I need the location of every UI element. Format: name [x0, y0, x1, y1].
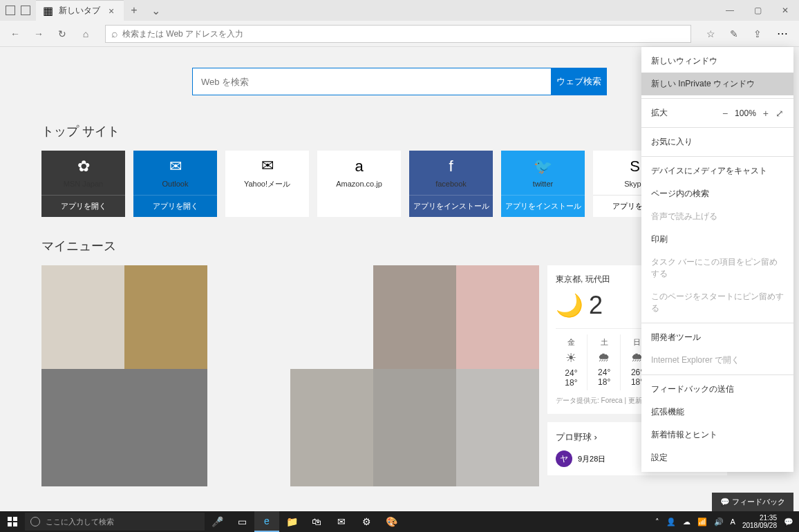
- volume-icon[interactable]: 🔊: [714, 517, 724, 526]
- more-button[interactable]: ⋯: [771, 23, 793, 45]
- tile-action[interactable]: アプリをインストール: [501, 195, 585, 217]
- app-icon: [6, 6, 15, 15]
- news-tile[interactable]: [41, 369, 207, 486]
- settings-icon[interactable]: ⚙: [354, 511, 379, 532]
- tray-chevron-icon[interactable]: ˄: [655, 517, 659, 526]
- tile-label: facebook: [435, 180, 467, 188]
- topsite-tile[interactable]: 🐦twitterアプリをインストール: [501, 151, 585, 217]
- menu-ie: Internet Explorer で開く: [641, 349, 793, 372]
- news-tile: [290, 265, 373, 369]
- app-icon2: [21, 6, 30, 15]
- cortana-search[interactable]: ここに入力して検索: [25, 513, 205, 531]
- menu-feedback[interactable]: フィードバックの送信: [641, 378, 793, 401]
- clock[interactable]: 21:35 2018/09/28: [742, 514, 777, 529]
- news-tile[interactable]: [456, 369, 539, 486]
- notifications-icon[interactable]: 💬: [784, 517, 793, 526]
- fullscreen-icon[interactable]: ⤢: [776, 108, 784, 119]
- mail-icon[interactable]: ✉: [329, 511, 354, 532]
- menu-extensions[interactable]: 拡張機能: [641, 401, 793, 424]
- home-button[interactable]: ⌂: [76, 24, 95, 44]
- menu-cast[interactable]: デバイスにメディアをキャスト: [641, 160, 793, 182]
- cortana-icon: [30, 517, 40, 526]
- weather-now-icon: 🌙: [556, 292, 583, 319]
- onedrive-icon[interactable]: ☁: [683, 517, 690, 526]
- taskbar: ここに入力して検索 🎤 ▭ e 📁 🛍 ✉ ⚙ 🎨 ˄ 👤 ☁ 📶 🔊 A 21…: [0, 511, 799, 532]
- news-tile[interactable]: [41, 265, 124, 369]
- zoom-out-button[interactable]: −: [722, 108, 728, 119]
- back-button[interactable]: ←: [6, 24, 25, 44]
- explorer-icon[interactable]: 📁: [279, 511, 304, 532]
- svg-rect-1: [13, 517, 17, 521]
- menu-pin-start: このページをスタートにピン留めする: [641, 285, 793, 320]
- feedback-button[interactable]: 💬 フィードバック: [712, 493, 793, 511]
- tile-action[interactable]: アプリを開く: [133, 195, 217, 217]
- menu-new-inprivate[interactable]: 新しい InPrivate ウィンドウ: [641, 73, 793, 95]
- news-tile: [207, 265, 290, 369]
- menu-devtools[interactable]: 開発者ツール: [641, 326, 793, 349]
- topsite-tile[interactable]: ffacebookアプリをインストール: [409, 151, 493, 217]
- tile-label: Amazon.co.jp: [336, 180, 382, 188]
- addressbar[interactable]: ⌕: [105, 25, 691, 43]
- tile-action[interactable]: アプリをインストール: [409, 195, 493, 217]
- network-icon[interactable]: 📶: [697, 517, 707, 526]
- settings-menu: 新しいウィンドウ 新しい InPrivate ウィンドウ 拡大 − 100% +…: [641, 47, 793, 472]
- menu-whatsnew[interactable]: 新着情報とヒント: [641, 424, 793, 446]
- tile-label: MSN Japan: [64, 180, 103, 188]
- new-tab-button[interactable]: +: [124, 4, 144, 17]
- forecast-day: 土🌧24°18°: [589, 334, 621, 390]
- search-icon: ⌕: [111, 28, 118, 40]
- menu-read-aloud: 音声で読み上げる: [641, 205, 793, 228]
- tile-icon: S: [630, 158, 640, 175]
- tile-icon: a: [355, 158, 363, 175]
- favorites-icon[interactable]: ☆: [701, 24, 720, 44]
- menu-settings[interactable]: 設定: [641, 446, 793, 469]
- start-button[interactable]: [0, 511, 25, 532]
- reading-icon[interactable]: ✎: [724, 24, 744, 44]
- taskview-icon[interactable]: ▭: [229, 511, 254, 532]
- ime-icon[interactable]: A: [731, 517, 735, 526]
- news-tile[interactable]: [373, 265, 456, 369]
- maximize-button[interactable]: ▢: [744, 0, 771, 21]
- news-tile[interactable]: [373, 369, 456, 486]
- menu-favorites[interactable]: お気に入り: [641, 131, 793, 153]
- menu-print[interactable]: 印刷: [641, 228, 793, 251]
- addressbar-input[interactable]: [122, 29, 685, 39]
- tab-close-icon[interactable]: ×: [106, 6, 117, 17]
- refresh-button[interactable]: ↻: [53, 24, 72, 44]
- sports-date: 9月28日: [578, 454, 605, 464]
- topsite-tile[interactable]: aAmazon.co.jp: [317, 151, 401, 217]
- topsite-tile[interactable]: ✉Yahoo!メール: [225, 151, 309, 217]
- forward-button[interactable]: →: [29, 24, 48, 44]
- menu-find[interactable]: ページ内の検索: [641, 182, 793, 205]
- tile-label: Outlook: [162, 180, 189, 188]
- tile-icon: ✉: [261, 157, 274, 175]
- people-icon[interactable]: 👤: [666, 517, 676, 526]
- news-tile[interactable]: [290, 369, 373, 486]
- tab-chevron-icon[interactable]: ⌄: [144, 4, 167, 17]
- tile-action[interactable]: アプリを開く: [41, 195, 125, 217]
- topsite-tile[interactable]: ✉Outlookアプリを開く: [133, 151, 217, 217]
- topsite-tile[interactable]: ✿MSN Japanアプリを開く: [41, 151, 125, 217]
- edge-icon[interactable]: e: [254, 511, 279, 532]
- menu-new-window[interactable]: 新しいウィンドウ: [641, 50, 793, 73]
- tab-icon: ▦: [43, 4, 53, 17]
- store-icon[interactable]: 🛍: [304, 511, 329, 532]
- paint-icon[interactable]: 🎨: [379, 511, 404, 532]
- minimize-button[interactable]: —: [716, 0, 744, 21]
- mic-icon[interactable]: 🎤: [205, 511, 229, 532]
- close-button[interactable]: ✕: [771, 0, 799, 21]
- toolbar: ← → ↻ ⌂ ⌕ ☆ ✎ ⇪ ⋯: [0, 21, 799, 47]
- system-tray: ˄ 👤 ☁ 📶 🔊 A 21:35 2018/09/28 💬: [655, 514, 799, 529]
- search-input[interactable]: [193, 68, 551, 95]
- news-tile[interactable]: [456, 265, 539, 369]
- browser-tab[interactable]: ▦ 新しいタブ ×: [36, 0, 124, 21]
- zoom-in-button[interactable]: +: [763, 108, 769, 119]
- share-icon[interactable]: ⇪: [748, 24, 767, 44]
- news-tile[interactable]: [124, 265, 207, 369]
- news-tile: [207, 369, 290, 486]
- search-button[interactable]: ウェブ検索: [551, 68, 606, 95]
- menu-zoom: 拡大 − 100% + ⤢: [641, 102, 793, 124]
- svg-rect-2: [8, 522, 12, 526]
- news-grid: [41, 265, 539, 486]
- zoom-value: 100%: [735, 108, 756, 118]
